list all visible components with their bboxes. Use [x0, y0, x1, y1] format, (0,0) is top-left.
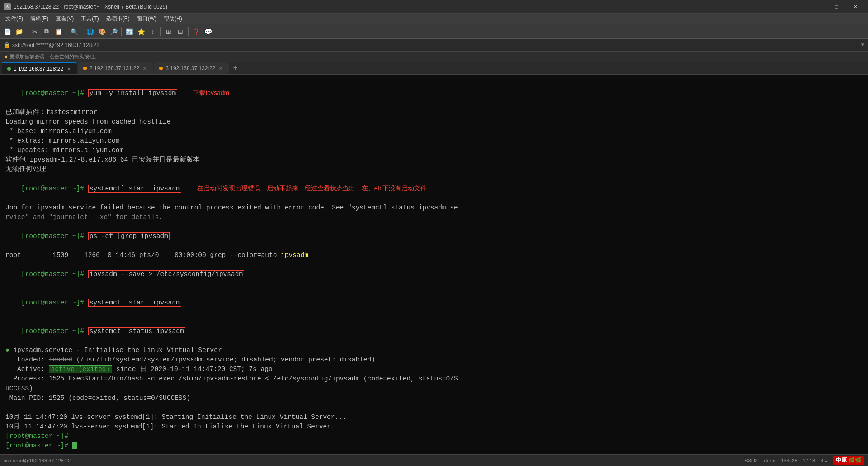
menu-edit[interactable]: 编辑(E) [27, 14, 52, 24]
terminal-line-10: Job for ipvsadm.service failed because t… [5, 203, 863, 213]
tab-close-2[interactable]: ✕ [142, 65, 147, 72]
close-button[interactable]: ✕ [846, 2, 864, 11]
statusbar: ssh://root@192.168.37.128:22 SSH2 xterm … [0, 454, 868, 466]
titlebar-controls[interactable]: ─ □ ✕ [808, 2, 864, 11]
terminal-line-12: [root@master ~]# ps -ef |grep ipvsadm [5, 222, 863, 251]
terminal-line-14: [root@master ~]# ipvsadm --save > /etc/s… [5, 260, 863, 289]
app-icon: X [4, 3, 11, 10]
terminal-line-26: [root@master ~]# [5, 432, 863, 441]
toolbar-copy[interactable]: ⧉ [41, 26, 52, 37]
terminal-line-16: [root@master ~]# systemctl status ipvsad… [5, 317, 863, 346]
toolbar-refresh[interactable]: 🔄 [124, 26, 135, 37]
terminal-line-1: [root@master ~]# yum -y install ipvsadm … [5, 79, 863, 108]
tab-dot-1 [7, 67, 11, 71]
terminal-line-7: 软件包 ipvsadm-1.27-8.el7.x86_64 已安装并且是最新版本 [5, 155, 863, 165]
toolbar-transfer[interactable]: ↕ [147, 26, 158, 37]
maximize-button[interactable]: □ [827, 2, 845, 11]
titlebar-title: 192.168.37.128:22 - root@master:~ - Xshe… [14, 4, 167, 10]
tab-add-button[interactable]: + [230, 62, 241, 74]
toolbar-chat[interactable]: 💬 [203, 26, 213, 37]
tab-dot-3 [159, 67, 163, 70]
menu-tools[interactable]: 工具(T) [77, 14, 102, 24]
status-count: 3 ≡ [821, 458, 828, 463]
toolbar: 📄 📁 ✂ ⧉ 📋 🔍 🌐 🎨 🔎 🔄 ⭐ ↕ ⊞ ⊟ ❓ 💬 [0, 24, 868, 39]
toolbar-find[interactable]: 🔍 [69, 26, 80, 37]
tab-bar: 1 192.168.37.128:22 ✕ 2 192.168.37.131:2… [0, 62, 868, 75]
minimize-button[interactable]: ─ [808, 2, 826, 11]
tab-close-1[interactable]: ✕ [66, 66, 71, 72]
toolbar-sep-3 [82, 27, 82, 36]
status-terminal: xterm [763, 458, 776, 463]
session-bar: 🔒 ssh://root:******@192.168.37.128:22 ▼ [0, 39, 868, 52]
tab-close-3[interactable]: ✕ [218, 65, 223, 72]
session-text: ssh://root:******@192.168.37.128:22 [12, 42, 99, 48]
notif-bar: ◀ 要添加当前会话，点击左侧的箭头按钮。 [0, 52, 868, 62]
terminal-line-3: Loading mirror speeds from cached hostfi… [5, 117, 863, 127]
terminal-line-13: root 1509 1260 0 14:46 pts/0 00:00:00 gr… [5, 251, 863, 260]
toolbar-bookmark[interactable]: ⭐ [136, 26, 146, 37]
terminal-line-15: [root@master ~]# systemctl start ipvsadm [5, 289, 863, 317]
active-status: active (exited) [49, 365, 113, 373]
tab-2[interactable]: 2 192.168.37.131:22 ✕ [78, 62, 153, 74]
status-protocol: SSH2 [745, 458, 758, 463]
menubar: 文件(F) 编辑(E) 查看(V) 工具(T) 选项卡(B) 窗口(W) 帮助(… [0, 14, 868, 24]
terminal-line-5: * extras: mirrors.aliyun.com [5, 136, 863, 146]
status-right: SSH2 xterm 134x28 17,18 3 ≡ 中原 🌿🌿 [745, 456, 864, 465]
titlebar: X 192.168.37.128:22 - root@master:~ - Xs… [0, 0, 868, 14]
terminal-line-6: * updates: mirrors.aliyun.com [5, 146, 863, 155]
menu-window[interactable]: 窗口(W) [133, 14, 160, 24]
tab-dot-2 [83, 67, 87, 70]
tab-label-3: 3 192.168.37.132:22 [165, 65, 215, 71]
status-size: 134x28 [781, 458, 797, 463]
terminal-line-27: [root@master ~]# [5, 441, 863, 451]
terminal[interactable]: [root@master ~]# yum -y install ipvsadm … [0, 75, 868, 454]
terminal-line-24: 10月 11 14:47:20 lvs-server systemd[1]: S… [5, 413, 863, 422]
toolbar-sep-1 [27, 27, 27, 36]
menu-file[interactable]: 文件(F) [2, 14, 27, 24]
terminal-line-19: Active: active (exited) since 日 2020-10-… [5, 365, 863, 374]
toolbar-sep-6 [188, 27, 189, 36]
menu-tabs[interactable]: 选项卡(B) [103, 14, 133, 24]
toolbar-sep-4 [121, 27, 122, 36]
status-logo: 中原 🌿🌿 [833, 456, 864, 465]
terminal-line-20: Process: 1525 ExecStart=/bin/bash -c exe… [5, 374, 863, 384]
toolbar-zoom[interactable]: 🔎 [108, 26, 119, 37]
toolbar-color[interactable]: 🎨 [96, 26, 107, 37]
terminal-cursor [72, 442, 77, 449]
terminal-line-22: Main PID: 1525 (code=exited, status=0/SU… [5, 394, 863, 403]
toolbar-connect[interactable]: 🌐 [85, 26, 95, 37]
toolbar-open[interactable]: 📁 [14, 26, 24, 37]
terminal-line-23 [5, 403, 863, 413]
terminal-line-8: 无须任何处理 [5, 165, 863, 174]
status-cursor: 17,18 [803, 458, 816, 463]
toolbar-help[interactable]: ❓ [191, 26, 202, 37]
menu-help[interactable]: 帮助(H) [160, 14, 186, 24]
terminal-line-9: [root@master ~]# systemctl start ipvsadm… [5, 174, 863, 203]
terminal-line-21: UCCESS) [5, 384, 863, 394]
toolbar-paste[interactable]: 📋 [53, 26, 64, 37]
notif-text: 要添加当前会话，点击左侧的箭头按钮。 [9, 53, 99, 60]
menu-view[interactable]: 查看(V) [52, 14, 77, 24]
notif-arrow-icon: ◀ [4, 53, 7, 60]
tab-label-2: 2 192.168.37.131:22 [90, 65, 139, 71]
tab-3[interactable]: 3 192.168.37.132:22 ✕ [154, 62, 229, 74]
titlebar-left: X 192.168.37.128:22 - root@master:~ - Xs… [4, 3, 167, 10]
toolbar-sep-5 [160, 27, 161, 36]
terminal-line-18: Loaded: loaded (/usr/lib/systemd/system/… [5, 355, 863, 365]
toolbar-sep-2 [66, 27, 66, 36]
terminal-line-17: ● ipvsadm.service - Initialise the Linux… [5, 346, 863, 355]
status-session: ssh://root@192.168.37.128:22 [4, 458, 71, 463]
terminal-line-25: 10月 11 14:47:20 lvs-server systemd[1]: S… [5, 422, 863, 432]
toolbar-cut[interactable]: ✂ [29, 26, 40, 37]
terminal-line-11: rvice" and "journalctl -xe" for details. [5, 213, 863, 222]
lock-icon: 🔒 [4, 42, 10, 48]
tab-1[interactable]: 1 192.168.37.128:22 ✕ [2, 62, 77, 74]
toolbar-layout[interactable]: ⊞ [163, 26, 174, 37]
toolbar-new[interactable]: 📄 [2, 26, 13, 37]
toolbar-split[interactable]: ⊟ [175, 26, 186, 37]
session-dropdown[interactable]: ▼ [861, 42, 864, 48]
terminal-line-2: 已加载插件：fastestmirror [5, 108, 863, 117]
terminal-line-4: * base: mirrors.aliyun.com [5, 127, 863, 136]
tab-label-1: 1 192.168.37.128:22 [14, 66, 63, 72]
